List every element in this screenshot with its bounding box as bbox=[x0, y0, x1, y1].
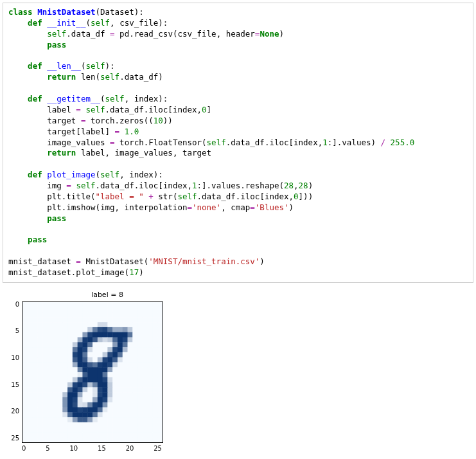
code-content: class MnistDataset(Dataset): def __init_… bbox=[8, 7, 468, 278]
heatmap-plot bbox=[22, 302, 163, 443]
chart-title: label = 8 bbox=[27, 291, 188, 300]
x-axis-ticks: 0510152025 bbox=[22, 443, 162, 453]
code-cell: class MnistDataset(Dataset): def __init_… bbox=[3, 3, 473, 283]
output-chart: label = 8 0510152025 0510152025 bbox=[3, 291, 188, 453]
y-axis-ticks: 0510152025 bbox=[8, 302, 22, 442]
